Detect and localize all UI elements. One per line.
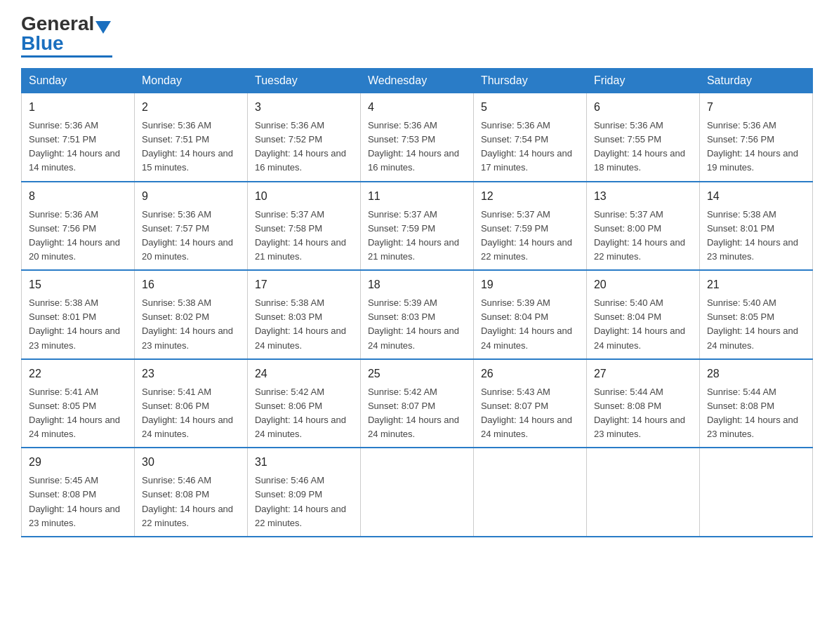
- day-number: 19: [481, 276, 579, 293]
- logo: General Blue: [21, 14, 112, 58]
- day-info: Sunrise: 5:39 AMSunset: 8:03 PMDaylight:…: [368, 297, 459, 350]
- day-number: 2: [142, 99, 240, 116]
- day-number: 20: [594, 276, 692, 293]
- day-cell-6: 6Sunrise: 5:36 AMSunset: 7:55 PMDaylight…: [586, 93, 699, 182]
- logo-blue: Blue: [21, 32, 64, 54]
- empty-cell: [699, 448, 812, 537]
- day-cell-22: 22Sunrise: 5:41 AMSunset: 8:05 PMDayligh…: [22, 359, 135, 448]
- logo-line: [21, 55, 112, 58]
- day-number: 1: [29, 99, 127, 116]
- day-number: 14: [707, 188, 805, 205]
- week-row-3: 15Sunrise: 5:38 AMSunset: 8:01 PMDayligh…: [22, 270, 813, 359]
- day-number: 21: [707, 276, 805, 293]
- weekday-header-row: SundayMondayTuesdayWednesdayThursdayFrid…: [22, 69, 813, 93]
- day-info: Sunrise: 5:37 AMSunset: 7:59 PMDaylight:…: [481, 209, 572, 262]
- day-cell-1: 1Sunrise: 5:36 AMSunset: 7:51 PMDaylight…: [22, 93, 135, 182]
- day-cell-18: 18Sunrise: 5:39 AMSunset: 8:03 PMDayligh…: [360, 270, 473, 359]
- day-info: Sunrise: 5:36 AMSunset: 7:51 PMDaylight:…: [142, 120, 233, 173]
- day-number: 18: [368, 276, 466, 293]
- empty-cell: [586, 448, 699, 537]
- day-cell-16: 16Sunrise: 5:38 AMSunset: 8:02 PMDayligh…: [134, 270, 247, 359]
- day-number: 17: [255, 276, 353, 293]
- day-info: Sunrise: 5:45 AMSunset: 8:08 PMDaylight:…: [29, 475, 120, 528]
- day-info: Sunrise: 5:37 AMSunset: 7:59 PMDaylight:…: [368, 209, 459, 262]
- day-info: Sunrise: 5:37 AMSunset: 7:58 PMDaylight:…: [255, 209, 346, 262]
- day-cell-20: 20Sunrise: 5:40 AMSunset: 8:04 PMDayligh…: [586, 270, 699, 359]
- day-info: Sunrise: 5:36 AMSunset: 7:56 PMDaylight:…: [707, 120, 798, 173]
- day-number: 4: [368, 99, 466, 116]
- day-cell-31: 31Sunrise: 5:46 AMSunset: 8:09 PMDayligh…: [247, 448, 360, 537]
- day-info: Sunrise: 5:41 AMSunset: 8:05 PMDaylight:…: [29, 387, 120, 439]
- day-number: 16: [142, 276, 240, 293]
- day-info: Sunrise: 5:36 AMSunset: 7:51 PMDaylight:…: [29, 120, 120, 173]
- day-info: Sunrise: 5:42 AMSunset: 8:06 PMDaylight:…: [255, 387, 346, 439]
- weekday-header-monday: Monday: [134, 69, 247, 93]
- day-number: 13: [594, 188, 692, 205]
- page-header: General Blue: [21, 14, 813, 58]
- logo-text: General Blue: [21, 14, 94, 53]
- weekday-header-friday: Friday: [586, 69, 699, 93]
- day-number: 12: [481, 188, 579, 205]
- day-number: 25: [368, 365, 466, 382]
- day-cell-9: 9Sunrise: 5:36 AMSunset: 7:57 PMDaylight…: [134, 182, 247, 271]
- day-info: Sunrise: 5:40 AMSunset: 8:05 PMDaylight:…: [707, 297, 798, 350]
- day-info: Sunrise: 5:36 AMSunset: 7:53 PMDaylight:…: [368, 120, 459, 173]
- day-cell-23: 23Sunrise: 5:41 AMSunset: 8:06 PMDayligh…: [134, 359, 247, 448]
- week-row-5: 29Sunrise: 5:45 AMSunset: 8:08 PMDayligh…: [22, 448, 813, 537]
- day-number: 23: [142, 365, 240, 382]
- day-cell-27: 27Sunrise: 5:44 AMSunset: 8:08 PMDayligh…: [586, 359, 699, 448]
- day-cell-4: 4Sunrise: 5:36 AMSunset: 7:53 PMDaylight…: [360, 93, 473, 182]
- day-number: 3: [255, 99, 353, 116]
- day-number: 30: [142, 454, 240, 471]
- day-number: 7: [707, 99, 805, 116]
- day-cell-19: 19Sunrise: 5:39 AMSunset: 8:04 PMDayligh…: [473, 270, 586, 359]
- day-cell-26: 26Sunrise: 5:43 AMSunset: 8:07 PMDayligh…: [473, 359, 586, 448]
- day-number: 9: [142, 188, 240, 205]
- day-info: Sunrise: 5:36 AMSunset: 7:54 PMDaylight:…: [481, 120, 572, 173]
- weekday-header-saturday: Saturday: [699, 69, 812, 93]
- day-info: Sunrise: 5:44 AMSunset: 8:08 PMDaylight:…: [594, 387, 685, 439]
- day-number: 31: [255, 454, 353, 471]
- day-info: Sunrise: 5:38 AMSunset: 8:01 PMDaylight:…: [707, 209, 798, 262]
- day-cell-12: 12Sunrise: 5:37 AMSunset: 7:59 PMDayligh…: [473, 182, 586, 271]
- day-cell-28: 28Sunrise: 5:44 AMSunset: 8:08 PMDayligh…: [699, 359, 812, 448]
- day-info: Sunrise: 5:38 AMSunset: 8:03 PMDaylight:…: [255, 297, 346, 350]
- day-cell-2: 2Sunrise: 5:36 AMSunset: 7:51 PMDaylight…: [134, 93, 247, 182]
- day-info: Sunrise: 5:39 AMSunset: 8:04 PMDaylight:…: [481, 297, 572, 350]
- day-info: Sunrise: 5:38 AMSunset: 8:01 PMDaylight:…: [29, 297, 120, 350]
- day-cell-17: 17Sunrise: 5:38 AMSunset: 8:03 PMDayligh…: [247, 270, 360, 359]
- calendar-table: SundayMondayTuesdayWednesdayThursdayFrid…: [21, 68, 813, 537]
- day-number: 5: [481, 99, 579, 116]
- day-info: Sunrise: 5:41 AMSunset: 8:06 PMDaylight:…: [142, 387, 233, 439]
- day-cell-3: 3Sunrise: 5:36 AMSunset: 7:52 PMDaylight…: [247, 93, 360, 182]
- day-info: Sunrise: 5:36 AMSunset: 7:55 PMDaylight:…: [594, 120, 685, 173]
- week-row-1: 1Sunrise: 5:36 AMSunset: 7:51 PMDaylight…: [22, 93, 813, 182]
- day-number: 6: [594, 99, 692, 116]
- day-number: 26: [481, 365, 579, 382]
- day-cell-13: 13Sunrise: 5:37 AMSunset: 8:00 PMDayligh…: [586, 182, 699, 271]
- day-cell-7: 7Sunrise: 5:36 AMSunset: 7:56 PMDaylight…: [699, 93, 812, 182]
- day-info: Sunrise: 5:37 AMSunset: 8:00 PMDaylight:…: [594, 209, 685, 262]
- day-cell-25: 25Sunrise: 5:42 AMSunset: 8:07 PMDayligh…: [360, 359, 473, 448]
- day-info: Sunrise: 5:38 AMSunset: 8:02 PMDaylight:…: [142, 297, 233, 350]
- week-row-2: 8Sunrise: 5:36 AMSunset: 7:56 PMDaylight…: [22, 182, 813, 271]
- day-info: Sunrise: 5:43 AMSunset: 8:07 PMDaylight:…: [481, 387, 572, 439]
- day-info: Sunrise: 5:36 AMSunset: 7:57 PMDaylight:…: [142, 209, 233, 262]
- week-row-4: 22Sunrise: 5:41 AMSunset: 8:05 PMDayligh…: [22, 359, 813, 448]
- empty-cell: [473, 448, 586, 537]
- weekday-header-thursday: Thursday: [473, 69, 586, 93]
- day-cell-30: 30Sunrise: 5:46 AMSunset: 8:08 PMDayligh…: [134, 448, 247, 537]
- day-info: Sunrise: 5:42 AMSunset: 8:07 PMDaylight:…: [368, 387, 459, 439]
- logo-arrow-icon: [95, 21, 111, 36]
- day-cell-29: 29Sunrise: 5:45 AMSunset: 8:08 PMDayligh…: [22, 448, 135, 537]
- day-number: 15: [29, 276, 127, 293]
- weekday-header-wednesday: Wednesday: [360, 69, 473, 93]
- day-number: 11: [368, 188, 466, 205]
- weekday-header-sunday: Sunday: [22, 69, 135, 93]
- logo-general: General: [21, 13, 94, 34]
- day-number: 29: [29, 454, 127, 471]
- day-cell-5: 5Sunrise: 5:36 AMSunset: 7:54 PMDaylight…: [473, 93, 586, 182]
- day-cell-14: 14Sunrise: 5:38 AMSunset: 8:01 PMDayligh…: [699, 182, 812, 271]
- day-number: 8: [29, 188, 127, 205]
- day-info: Sunrise: 5:44 AMSunset: 8:08 PMDaylight:…: [707, 387, 798, 439]
